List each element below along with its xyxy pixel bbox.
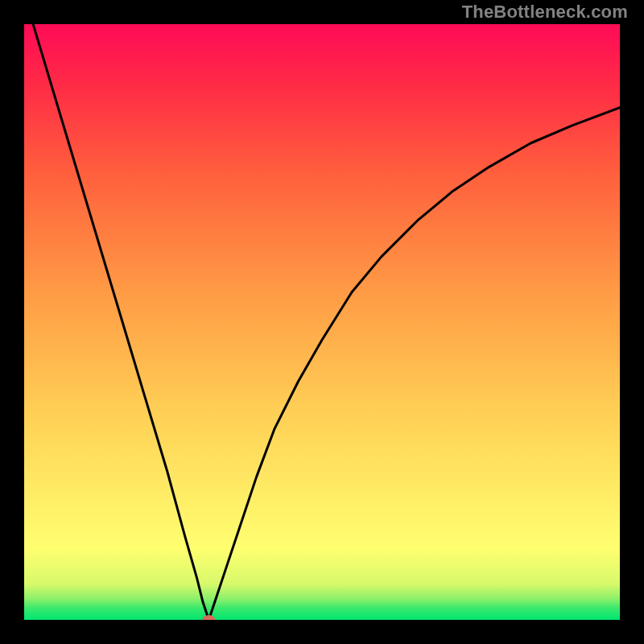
plot-bg (24, 24, 620, 620)
bottleneck-chart (0, 0, 644, 644)
chart-frame: TheBottleneck.com (0, 0, 644, 644)
watermark-text: TheBottleneck.com (462, 2, 628, 23)
